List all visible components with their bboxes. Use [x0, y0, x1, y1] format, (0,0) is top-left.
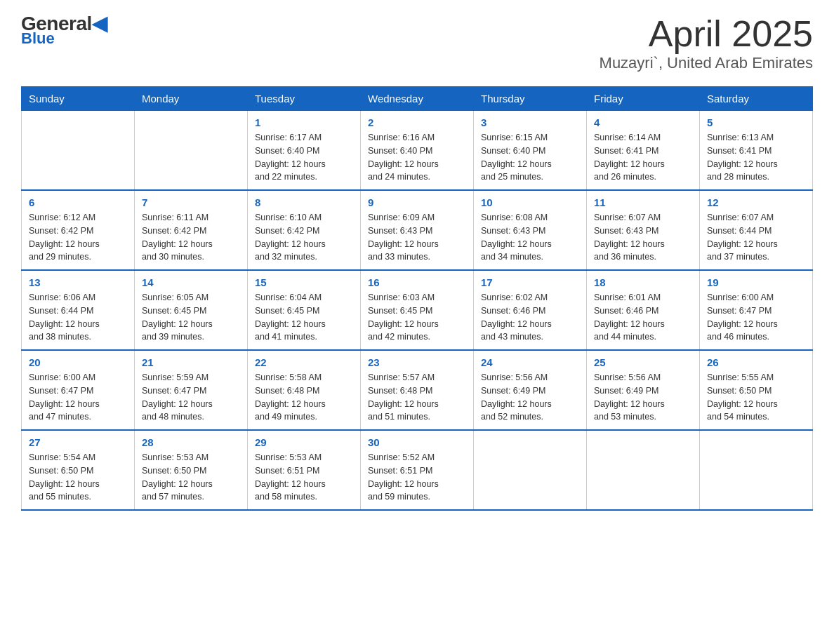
- calendar-cell: 27Sunrise: 5:54 AMSunset: 6:50 PMDayligh…: [22, 430, 135, 510]
- day-number: 16: [368, 276, 466, 288]
- day-info: Sunrise: 5:55 AMSunset: 6:50 PMDaylight:…: [707, 371, 805, 424]
- day-info: Sunrise: 6:10 AMSunset: 6:42 PMDaylight:…: [255, 211, 353, 264]
- day-number: 21: [142, 356, 240, 368]
- day-info: Sunrise: 6:06 AMSunset: 6:44 PMDaylight:…: [29, 291, 127, 344]
- day-info: Sunrise: 6:11 AMSunset: 6:42 PMDaylight:…: [142, 211, 240, 264]
- day-info: Sunrise: 6:17 AMSunset: 6:40 PMDaylight:…: [255, 131, 353, 184]
- day-number: 13: [29, 276, 127, 288]
- day-info: Sunrise: 5:57 AMSunset: 6:48 PMDaylight:…: [368, 371, 466, 424]
- day-number: 5: [707, 116, 805, 128]
- page-header: General◀ Blue April 2025 Muzayri`, Unite…: [21, 14, 813, 72]
- day-number: 24: [481, 356, 579, 368]
- day-number: 7: [142, 196, 240, 208]
- weekday-header-monday: Monday: [135, 87, 248, 111]
- day-info: Sunrise: 6:15 AMSunset: 6:40 PMDaylight:…: [481, 131, 579, 184]
- calendar-week-2: 6Sunrise: 6:12 AMSunset: 6:42 PMDaylight…: [22, 190, 813, 270]
- day-number: 18: [594, 276, 692, 288]
- day-info: Sunrise: 6:00 AMSunset: 6:47 PMDaylight:…: [29, 371, 127, 424]
- calendar-cell: 24Sunrise: 5:56 AMSunset: 6:49 PMDayligh…: [474, 350, 587, 430]
- calendar-cell: 29Sunrise: 5:53 AMSunset: 6:51 PMDayligh…: [248, 430, 361, 510]
- day-number: 8: [255, 196, 353, 208]
- logo-bottom: Blue: [21, 31, 107, 46]
- day-info: Sunrise: 6:07 AMSunset: 6:44 PMDaylight:…: [707, 211, 805, 264]
- day-info: Sunrise: 5:53 AMSunset: 6:51 PMDaylight:…: [255, 451, 353, 504]
- day-number: 26: [707, 356, 805, 368]
- day-number: 15: [255, 276, 353, 288]
- calendar-header-row: SundayMondayTuesdayWednesdayThursdayFrid…: [22, 87, 813, 111]
- calendar-cell: 6Sunrise: 6:12 AMSunset: 6:42 PMDaylight…: [22, 190, 135, 270]
- day-info: Sunrise: 5:52 AMSunset: 6:51 PMDaylight:…: [368, 451, 466, 504]
- day-info: Sunrise: 5:56 AMSunset: 6:49 PMDaylight:…: [594, 371, 692, 424]
- calendar-cell: 11Sunrise: 6:07 AMSunset: 6:43 PMDayligh…: [587, 190, 700, 270]
- calendar-cell: [474, 430, 587, 510]
- day-info: Sunrise: 6:03 AMSunset: 6:45 PMDaylight:…: [368, 291, 466, 344]
- calendar-cell: 3Sunrise: 6:15 AMSunset: 6:40 PMDaylight…: [474, 111, 587, 191]
- day-info: Sunrise: 6:14 AMSunset: 6:41 PMDaylight:…: [594, 131, 692, 184]
- day-info: Sunrise: 5:58 AMSunset: 6:48 PMDaylight:…: [255, 371, 353, 424]
- day-info: Sunrise: 6:08 AMSunset: 6:43 PMDaylight:…: [481, 211, 579, 264]
- day-number: 27: [29, 436, 127, 448]
- calendar-cell: 1Sunrise: 6:17 AMSunset: 6:40 PMDaylight…: [248, 111, 361, 191]
- day-info: Sunrise: 6:05 AMSunset: 6:45 PMDaylight:…: [142, 291, 240, 344]
- day-info: Sunrise: 5:54 AMSunset: 6:50 PMDaylight:…: [29, 451, 127, 504]
- calendar-week-5: 27Sunrise: 5:54 AMSunset: 6:50 PMDayligh…: [22, 430, 813, 510]
- day-number: 1: [255, 116, 353, 128]
- calendar-cell: 21Sunrise: 5:59 AMSunset: 6:47 PMDayligh…: [135, 350, 248, 430]
- calendar-week-3: 13Sunrise: 6:06 AMSunset: 6:44 PMDayligh…: [22, 270, 813, 350]
- day-info: Sunrise: 6:04 AMSunset: 6:45 PMDaylight:…: [255, 291, 353, 344]
- calendar-cell: 17Sunrise: 6:02 AMSunset: 6:46 PMDayligh…: [474, 270, 587, 350]
- day-number: 6: [29, 196, 127, 208]
- day-info: Sunrise: 6:02 AMSunset: 6:46 PMDaylight:…: [481, 291, 579, 344]
- calendar-cell: 12Sunrise: 6:07 AMSunset: 6:44 PMDayligh…: [700, 190, 813, 270]
- calendar-cell: 30Sunrise: 5:52 AMSunset: 6:51 PMDayligh…: [361, 430, 474, 510]
- calendar-cell: 7Sunrise: 6:11 AMSunset: 6:42 PMDaylight…: [135, 190, 248, 270]
- day-info: Sunrise: 6:01 AMSunset: 6:46 PMDaylight:…: [594, 291, 692, 344]
- calendar-cell: 20Sunrise: 6:00 AMSunset: 6:47 PMDayligh…: [22, 350, 135, 430]
- weekday-header-thursday: Thursday: [474, 87, 587, 111]
- day-info: Sunrise: 6:00 AMSunset: 6:47 PMDaylight:…: [707, 291, 805, 344]
- day-number: 17: [481, 276, 579, 288]
- calendar-week-4: 20Sunrise: 6:00 AMSunset: 6:47 PMDayligh…: [22, 350, 813, 430]
- day-number: 9: [368, 196, 466, 208]
- day-number: 23: [368, 356, 466, 368]
- page-subtitle: Muzayri`, United Arab Emirates: [600, 54, 813, 72]
- calendar-cell: 23Sunrise: 5:57 AMSunset: 6:48 PMDayligh…: [361, 350, 474, 430]
- day-info: Sunrise: 6:13 AMSunset: 6:41 PMDaylight:…: [707, 131, 805, 184]
- calendar-cell: [22, 111, 135, 191]
- calendar-cell: [135, 111, 248, 191]
- weekday-header-saturday: Saturday: [700, 87, 813, 111]
- day-number: 30: [368, 436, 466, 448]
- weekday-header-wednesday: Wednesday: [361, 87, 474, 111]
- day-number: 3: [481, 116, 579, 128]
- calendar-cell: 19Sunrise: 6:00 AMSunset: 6:47 PMDayligh…: [700, 270, 813, 350]
- calendar-cell: 13Sunrise: 6:06 AMSunset: 6:44 PMDayligh…: [22, 270, 135, 350]
- day-info: Sunrise: 5:56 AMSunset: 6:49 PMDaylight:…: [481, 371, 579, 424]
- day-number: 28: [142, 436, 240, 448]
- day-number: 19: [707, 276, 805, 288]
- calendar-table: SundayMondayTuesdayWednesdayThursdayFrid…: [21, 86, 813, 511]
- calendar-cell: 9Sunrise: 6:09 AMSunset: 6:43 PMDaylight…: [361, 190, 474, 270]
- calendar-cell: 28Sunrise: 5:53 AMSunset: 6:50 PMDayligh…: [135, 430, 248, 510]
- calendar-cell: 2Sunrise: 6:16 AMSunset: 6:40 PMDaylight…: [361, 111, 474, 191]
- calendar-week-1: 1Sunrise: 6:17 AMSunset: 6:40 PMDaylight…: [22, 111, 813, 191]
- page-title: April 2025: [600, 14, 813, 54]
- calendar-cell: 8Sunrise: 6:10 AMSunset: 6:42 PMDaylight…: [248, 190, 361, 270]
- calendar-cell: 10Sunrise: 6:08 AMSunset: 6:43 PMDayligh…: [474, 190, 587, 270]
- calendar-cell: 14Sunrise: 6:05 AMSunset: 6:45 PMDayligh…: [135, 270, 248, 350]
- title-block: April 2025 Muzayri`, United Arab Emirate…: [600, 14, 813, 72]
- calendar-cell: 5Sunrise: 6:13 AMSunset: 6:41 PMDaylight…: [700, 111, 813, 191]
- day-number: 10: [481, 196, 579, 208]
- day-number: 22: [255, 356, 353, 368]
- calendar-cell: [587, 430, 700, 510]
- day-number: 12: [707, 196, 805, 208]
- day-info: Sunrise: 6:12 AMSunset: 6:42 PMDaylight:…: [29, 211, 127, 264]
- day-info: Sunrise: 6:07 AMSunset: 6:43 PMDaylight:…: [594, 211, 692, 264]
- calendar-cell: 25Sunrise: 5:56 AMSunset: 6:49 PMDayligh…: [587, 350, 700, 430]
- weekday-header-sunday: Sunday: [22, 87, 135, 111]
- calendar-cell: 4Sunrise: 6:14 AMSunset: 6:41 PMDaylight…: [587, 111, 700, 191]
- calendar-cell: [700, 430, 813, 510]
- day-number: 14: [142, 276, 240, 288]
- day-number: 29: [255, 436, 353, 448]
- day-info: Sunrise: 5:53 AMSunset: 6:50 PMDaylight:…: [142, 451, 240, 504]
- weekday-header-friday: Friday: [587, 87, 700, 111]
